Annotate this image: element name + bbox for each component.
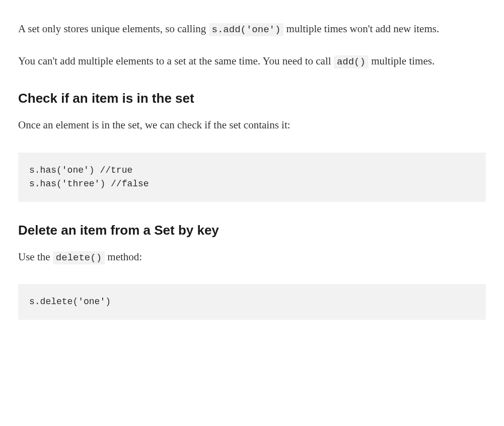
paragraph-delete-intro: Use the delete() method: — [18, 248, 486, 266]
text-segment: A set only stores unique elements, so ca… — [18, 23, 209, 35]
text-segment: You can't add multiple elements to a set… — [18, 55, 334, 67]
inline-code: delete() — [53, 251, 105, 264]
code-block-delete: s.delete('one') — [18, 284, 486, 320]
heading-delete-item: Delete an item from a Set by key — [18, 222, 486, 239]
paragraph-unique-elements: A set only stores unique elements, so ca… — [18, 20, 486, 38]
text-segment: multiple times won't add new items. — [283, 23, 439, 35]
inline-code: s.add('one') — [209, 23, 284, 36]
heading-check-item: Check if an item is in the set — [18, 90, 486, 107]
code-block-has: s.has('one') //true s.has('three') //fal… — [18, 153, 486, 202]
text-segment: Use the — [18, 251, 53, 263]
text-segment: multiple times. — [369, 55, 435, 67]
paragraph-check-intro: Once an element is in the set, we can ch… — [18, 116, 486, 134]
paragraph-add-multiple: You can't add multiple elements to a set… — [18, 52, 486, 70]
text-segment: method: — [105, 251, 142, 263]
inline-code: add() — [334, 55, 369, 68]
